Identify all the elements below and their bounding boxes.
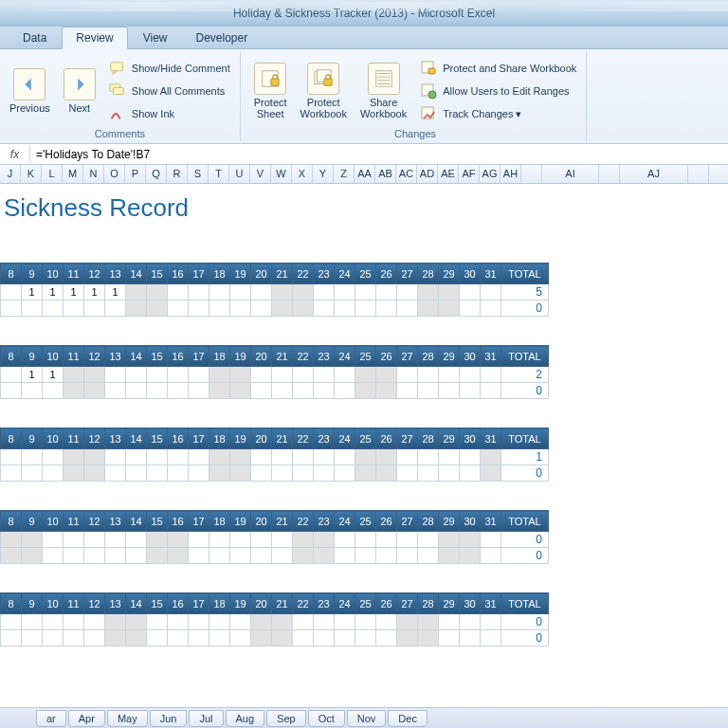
calendar-cell[interactable] <box>209 300 230 317</box>
col-header[interactable]: Y <box>313 165 334 183</box>
sheet-tab-jun[interactable]: Jun <box>150 710 188 727</box>
calendar-cell[interactable] <box>481 532 501 548</box>
col-header[interactable]: AF <box>459 165 480 183</box>
calendar-cell[interactable] <box>439 630 460 646</box>
calendar-cell[interactable] <box>1 367 22 383</box>
calendar-cell[interactable] <box>43 532 64 548</box>
col-header[interactable]: AC <box>396 165 417 183</box>
calendar-cell[interactable] <box>251 465 272 482</box>
calendar-cell[interactable] <box>126 548 147 564</box>
calendar-cell[interactable] <box>460 300 481 317</box>
calendar-cell[interactable] <box>189 300 209 317</box>
calendar-cell[interactable] <box>230 383 251 399</box>
calendar-cell[interactable] <box>126 367 147 383</box>
tab-developer[interactable]: Developer <box>183 27 262 48</box>
tab-review[interactable]: Review <box>62 27 127 49</box>
calendar-cell[interactable] <box>126 630 147 646</box>
calendar-cell[interactable] <box>335 630 355 646</box>
worksheet[interactable]: Sickness Record 891011121314151617181920… <box>0 184 728 646</box>
calendar-cell[interactable] <box>209 548 230 564</box>
calendar-cell[interactable] <box>43 383 64 399</box>
calendar-cell[interactable] <box>272 284 293 300</box>
calendar-cell[interactable] <box>209 383 230 399</box>
calendar-cell[interactable] <box>397 548 418 564</box>
calendar-cell[interactable] <box>64 449 84 465</box>
calendar-cell[interactable] <box>314 465 335 482</box>
calendar-cell[interactable] <box>418 614 439 630</box>
calendar-cell[interactable] <box>481 367 501 383</box>
calendar-cell[interactable] <box>84 630 105 646</box>
calendar-cell[interactable] <box>481 614 501 630</box>
previous-comment-button[interactable]: Previous <box>9 68 50 114</box>
col-header[interactable]: AJ <box>620 165 688 183</box>
calendar-cell[interactable] <box>84 449 105 465</box>
calendar-cell[interactable]: 1 <box>64 284 84 300</box>
calendar-cell[interactable] <box>209 532 230 548</box>
calendar-cell[interactable] <box>376 532 397 548</box>
calendar-cell[interactable] <box>272 449 293 465</box>
calendar-cell[interactable] <box>22 532 43 548</box>
calendar-cell[interactable] <box>1 465 22 482</box>
calendar-cell[interactable] <box>355 300 376 317</box>
calendar-cell[interactable] <box>105 449 126 465</box>
calendar-cell[interactable] <box>147 532 168 548</box>
calendar-cell[interactable] <box>397 284 418 300</box>
protect-workbook-button[interactable]: Protect Workbook <box>300 63 347 119</box>
sheet-tab-ar[interactable]: ar <box>36 710 66 727</box>
calendar-cell[interactable] <box>1 630 22 646</box>
sheet-tab-nov[interactable]: Nov <box>347 710 387 727</box>
calendar-cell[interactable] <box>251 449 272 465</box>
calendar-cell[interactable] <box>397 630 418 646</box>
calendar-cell[interactable] <box>43 449 64 465</box>
calendar-cell[interactable] <box>460 614 481 630</box>
protect-sheet-button[interactable]: Protect Sheet <box>254 63 287 119</box>
calendar-cell[interactable] <box>439 465 460 482</box>
col-header[interactable]: P <box>125 165 146 183</box>
share-workbook-button[interactable]: Share Workbook <box>360 63 407 119</box>
tab-view[interactable]: View <box>130 27 181 48</box>
calendar-cell[interactable] <box>272 548 293 564</box>
calendar-cell[interactable] <box>481 630 501 646</box>
calendar-cell[interactable] <box>126 284 147 300</box>
calendar-cell[interactable] <box>439 300 460 317</box>
calendar-cell[interactable] <box>84 614 105 630</box>
col-header[interactable] <box>521 165 542 183</box>
calendar-cell[interactable] <box>168 383 189 399</box>
calendar-cell[interactable] <box>314 367 335 383</box>
calendar-cell[interactable] <box>397 614 418 630</box>
calendar-cell[interactable]: 1 <box>43 284 64 300</box>
calendar-cell[interactable] <box>314 284 335 300</box>
calendar-cell[interactable] <box>230 300 251 317</box>
calendar-cell[interactable] <box>481 449 501 465</box>
col-header[interactable]: J <box>0 165 21 183</box>
calendar-cell[interactable] <box>230 449 251 465</box>
calendar-cell[interactable] <box>105 630 126 646</box>
calendar-cell[interactable] <box>1 532 22 548</box>
calendar-cell[interactable] <box>335 548 355 564</box>
calendar-cell[interactable] <box>209 630 230 646</box>
calendar-cell[interactable] <box>147 383 168 399</box>
calendar-cell[interactable] <box>22 630 43 646</box>
calendar-cell[interactable] <box>105 614 126 630</box>
calendar-cell[interactable] <box>251 532 272 548</box>
calendar-cell[interactable] <box>84 548 105 564</box>
calendar-cell[interactable] <box>376 614 397 630</box>
calendar-cell[interactable] <box>1 383 22 399</box>
calendar-cell[interactable] <box>418 300 439 317</box>
calendar-cell[interactable] <box>251 300 272 317</box>
sheet-tab-dec[interactable]: Dec <box>388 710 428 727</box>
calendar-cell[interactable] <box>84 300 105 317</box>
calendar-cell[interactable] <box>460 367 481 383</box>
calendar-cell[interactable] <box>64 465 84 482</box>
calendar-cell[interactable] <box>189 532 209 548</box>
calendar-cell[interactable] <box>355 630 376 646</box>
calendar-cell[interactable] <box>460 532 481 548</box>
calendar-cell[interactable] <box>460 465 481 482</box>
calendar-cell[interactable] <box>22 548 43 564</box>
col-header[interactable]: AB <box>375 165 396 183</box>
calendar-cell[interactable] <box>84 465 105 482</box>
calendar-cell[interactable] <box>251 614 272 630</box>
calendar-cell[interactable] <box>126 614 147 630</box>
col-header[interactable]: AI <box>542 165 599 183</box>
calendar-cell[interactable] <box>314 449 335 465</box>
